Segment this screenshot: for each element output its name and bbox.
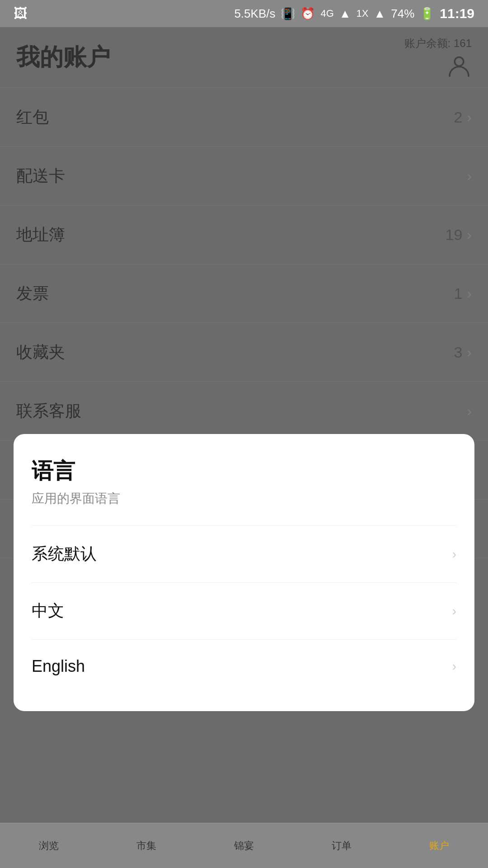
sheet-options: 系统默认›中文›English› — [32, 525, 456, 693]
signal-icon: ▲ — [339, 7, 351, 21]
network-speed: 5.5KB/s — [234, 7, 275, 21]
language-option-system-default[interactable]: 系统默认› — [32, 525, 456, 582]
data-1x-icon: 1X — [357, 8, 369, 19]
nav-item-jinyan[interactable]: 锦宴 — [195, 839, 293, 853]
sheet-subtitle: 应用的界面语言 — [32, 490, 456, 507]
nav-label-jinyan: 锦宴 — [234, 839, 254, 853]
language-sheet: 语言 应用的界面语言 系统默认›中文›English› — [14, 434, 474, 711]
chevron-right-icon: › — [452, 659, 456, 674]
nav-label-market: 市集 — [136, 839, 156, 853]
nav-item-market[interactable]: 市集 — [98, 839, 195, 853]
sheet-title: 语言 — [32, 457, 456, 486]
chevron-right-icon: › — [452, 547, 456, 561]
status-time: 11:19 — [440, 6, 474, 21]
battery-icon: 🔋 — [420, 7, 434, 21]
vibrate-icon: 📳 — [281, 7, 295, 21]
nav-item-orders[interactable]: 订单 — [293, 839, 390, 853]
data-4g-icon: 4G — [320, 8, 333, 19]
language-option-chinese[interactable]: 中文› — [32, 582, 456, 639]
nav-item-account[interactable]: 账户 — [390, 839, 488, 853]
language-option-label-chinese: 中文 — [32, 600, 64, 622]
bottom-navigation: 浏览市集锦宴订单账户 — [0, 823, 488, 868]
status-left: 🖼 — [14, 6, 27, 21]
nav-label-browse: 浏览 — [39, 839, 59, 853]
language-option-label-english: English — [32, 657, 85, 676]
nav-label-orders: 订单 — [332, 839, 352, 853]
alarm-icon: ⏰ — [300, 7, 315, 21]
chevron-right-icon: › — [452, 604, 456, 618]
language-option-label-system-default: 系统默认 — [32, 543, 97, 565]
language-option-english[interactable]: English› — [32, 639, 456, 693]
nav-item-browse[interactable]: 浏览 — [0, 839, 98, 853]
status-right: 5.5KB/s 📳 ⏰ 4G ▲ 1X ▲ 74% 🔋 11:19 — [234, 6, 474, 21]
battery-percent: 74% — [391, 7, 414, 21]
nav-label-account: 账户 — [429, 839, 449, 853]
notification-icon: 🖼 — [14, 6, 27, 21]
status-bar: 🖼 5.5KB/s 📳 ⏰ 4G ▲ 1X ▲ 74% 🔋 11:19 — [0, 0, 488, 27]
signal2-icon: ▲ — [374, 7, 385, 21]
